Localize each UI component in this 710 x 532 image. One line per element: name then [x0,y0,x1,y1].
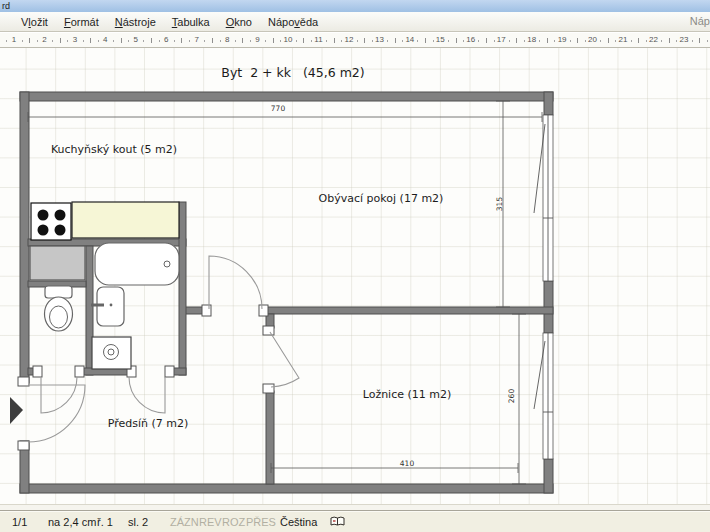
menu-item-vlozit[interactable]: Vložit [13,14,56,30]
ruler-dot [707,40,708,42]
horizontal-ruler[interactable]: 1234567891011121314151617181920212223 [0,33,710,48]
bath-fixtures [30,243,179,369]
ruler-dot [433,40,434,42]
status-page: 1/1 [12,516,27,528]
ruler-dot [478,40,479,42]
ruler-tick [669,38,670,43]
ruler-dot [143,40,144,42]
ruler-tick [699,38,700,43]
ruler-number: 3 [73,35,77,44]
appliance-gray-box [30,246,85,280]
ruler-tick [547,38,548,43]
ruler-dot [676,40,677,42]
toilet-bowl [45,297,73,331]
status-language[interactable]: Čeština [280,516,317,528]
ruler-number: 20 [588,35,597,44]
menu-item-nastroje[interactable]: Nástroje [107,14,164,30]
ruler-number: 10 [284,35,293,44]
ruler-tick [608,38,609,43]
ruler-dot [98,40,99,42]
ruler-tick [364,38,365,43]
wall-left-upper [20,92,29,383]
ruler-dot [6,40,7,42]
floor-plan-drawing[interactable] [0,48,710,504]
ruler-dot [235,40,236,42]
ruler-dot [52,40,53,42]
room-label-bedroom: Ložnice (11 m2) [363,388,452,401]
menu-item-tabulka[interactable]: Tabulka [164,14,218,30]
ruler-dot [280,40,281,42]
ruler-number: 4 [103,35,107,44]
canvas-anchor-triangle [10,397,23,424]
ruler-dot [387,40,388,42]
wall-living-bedroom-left [184,307,204,314]
toilet-tank [45,286,72,298]
ruler-number: 23 [679,35,688,44]
ruler-dot [372,40,373,42]
ruler-dot [357,40,358,42]
ruler-dot [174,40,175,42]
spellcheck-book-icon[interactable] [330,516,345,527]
ruler-dot [296,40,297,42]
ruler-number: 14 [405,35,414,44]
ruler-dot [311,40,312,42]
ruler-number: 11 [314,35,322,44]
ruler-tick [151,38,152,43]
status-mode-roz[interactable]: ROZ [222,516,245,528]
ruler-tick [456,38,457,43]
dim-bedroom-width: 410 [400,459,414,468]
ruler-dot [509,40,510,42]
ruler-dot [113,40,114,42]
ruler-dot [265,40,266,42]
menu-bar: VložitFormátNástrojeTabulkaOknoNápověda [0,12,710,32]
ruler-dot [37,40,38,42]
ruler-number: 15 [436,35,445,44]
ruler-dot [494,40,495,42]
ruler-tick [121,38,122,43]
status-mode-zazn[interactable]: ZÁZN [170,516,199,528]
status-line: ř. 1 [97,516,113,528]
menu-item-okno[interactable]: Okno [218,14,260,30]
ruler-dot [326,40,327,42]
ruler-tick [334,38,335,43]
ruler-tick [273,38,274,43]
dim-living-height: 315 [495,197,504,211]
room-label-living: Obývací pokoj (17 m2) [319,192,444,205]
door-shower [129,377,165,413]
ruler-tick [516,38,517,43]
status-column: sl. 2 [128,516,148,528]
ruler-dot [448,40,449,42]
ruler-dot [646,40,647,42]
status-position: na 2,4 cm [48,516,96,528]
menu-item-format[interactable]: Formát [56,14,107,30]
status-mode-rev[interactable]: REV [199,516,222,528]
ruler-number: 18 [527,35,536,44]
ruler-number: 1 [12,35,16,44]
kitchen-fixtures [31,202,179,240]
help-question-box[interactable]: Náp [690,15,710,27]
ruler-number: 17 [497,35,506,44]
ruler-dot [417,40,418,42]
wall-bottom [20,484,553,493]
ruler-tick [395,38,396,43]
wall-bath-bottom-c [173,368,186,375]
ruler-dot [128,40,129,42]
ruler-tick [181,38,182,43]
ruler-number: 5 [134,35,138,44]
wall-bath-right [179,202,186,375]
word-window: rd VložitFormátNástrojeTabulkaOknoNápově… [0,0,710,532]
status-mode-pres[interactable]: PŘES [246,516,276,528]
menu-item-napoveda[interactable]: Nápověda [260,14,326,30]
ruler-number: 16 [466,35,475,44]
stove [31,203,71,240]
ruler-dot [600,40,601,42]
ruler-tick [577,38,578,43]
ruler-dot [189,40,190,42]
door-wc [41,377,77,413]
wall-right-a [544,92,553,115]
document-canvas[interactable]: Byt 2 + kk (45,6 m2) Kuchyňský kout (5 m… [0,48,710,504]
door-living [209,256,262,309]
ruler-dot [463,40,464,42]
door-bedroom [270,332,299,387]
ruler-number: 8 [225,35,229,44]
